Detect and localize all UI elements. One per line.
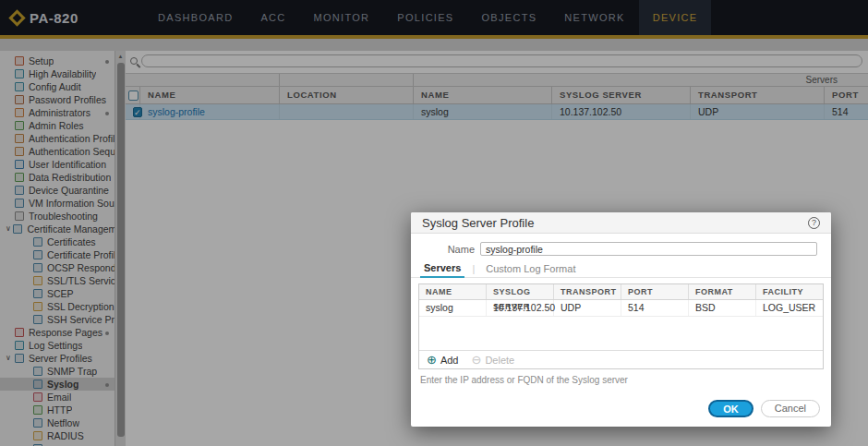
tab-servers[interactable]: Servers <box>420 262 464 278</box>
dlg-col-format[interactable]: FORMAT <box>689 284 756 299</box>
add-circle-icon: ⊕ <box>427 354 437 366</box>
syslog-server-profile-dialog: Syslog Server Profile ? Name Servers | C… <box>411 212 831 427</box>
add-button[interactable]: ⊕ Add <box>427 354 458 366</box>
server-cell: LOG_USER <box>756 300 823 316</box>
help-icon[interactable]: ? <box>808 217 820 229</box>
tab-separator: | <box>464 263 482 277</box>
server-cell: UDP <box>554 300 621 316</box>
dialog-tabs: Servers | Custom Log Format <box>411 263 831 278</box>
servers-table-body: syslog10.137.102.50UDP514BSDLOG_USER <box>419 300 823 317</box>
tab-custom-log-format[interactable]: Custom Log Format <box>482 263 579 277</box>
name-field-row: Name <box>411 242 831 256</box>
delete-button-label: Delete <box>485 355 514 366</box>
add-button-label: Add <box>440 355 459 366</box>
dialog-title: Syslog Server Profile <box>422 216 808 230</box>
dlg-col-syslog-server[interactable]: SYSLOG SERVER <box>487 284 554 299</box>
dialog-actions: OK Cancel <box>708 400 820 417</box>
dlg-col-facility[interactable]: FACILITY <box>756 284 823 299</box>
server-cell: 514 <box>621 300 689 316</box>
ok-button[interactable]: OK <box>708 400 753 417</box>
server-cell: BSD <box>689 300 756 316</box>
server-cell: 10.137.102.50 <box>487 300 554 316</box>
dialog-hint-text: Enter the IP address or FQDN of the Sysl… <box>420 375 822 385</box>
delete-circle-icon: ⊖ <box>471 354 481 366</box>
delete-button[interactable]: ⊖ Delete <box>471 354 514 366</box>
dlg-col-transport[interactable]: TRANSPORT <box>554 284 621 299</box>
server-cell: syslog <box>419 300 487 316</box>
name-input[interactable] <box>480 242 817 256</box>
servers-table-footer: ⊕ Add ⊖ Delete <box>419 350 823 368</box>
dlg-col-port[interactable]: PORT <box>621 284 689 299</box>
server-row[interactable]: syslog10.137.102.50UDP514BSDLOG_USER <box>419 300 823 317</box>
name-field-label: Name <box>411 244 480 255</box>
servers-table-header: NAME SYSLOG SERVER TRANSPORT PORT FORMAT… <box>419 284 823 300</box>
dlg-col-name[interactable]: NAME <box>419 284 487 299</box>
dialog-title-bar: Syslog Server Profile ? <box>411 212 831 234</box>
cancel-button[interactable]: Cancel <box>761 400 820 417</box>
servers-table: NAME SYSLOG SERVER TRANSPORT PORT FORMAT… <box>418 283 824 369</box>
